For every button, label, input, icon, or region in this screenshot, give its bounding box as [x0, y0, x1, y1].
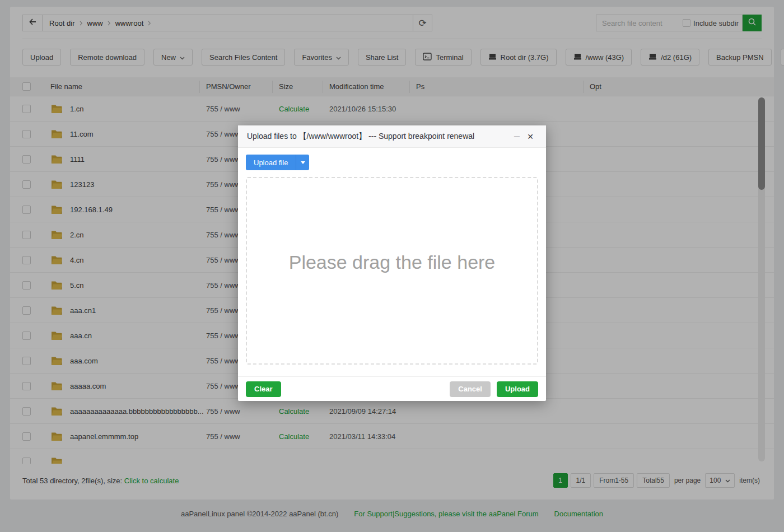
file-dropzone[interactable]: Please drag the file here [246, 177, 538, 365]
upload-file-split-button: Upload file [246, 155, 309, 170]
upload-file-caret-button[interactable] [296, 155, 309, 170]
dialog-title: Upload files to 【/www/wwwroot】 --- Suppo… [247, 132, 510, 142]
caret-down-icon [301, 161, 305, 164]
minimize-button[interactable]: ─ [510, 130, 524, 143]
dialog-body: Upload file Please drag the file here [238, 148, 546, 365]
minimize-icon: ─ [514, 132, 520, 141]
clear-button[interactable]: Clear [246, 381, 281, 397]
close-button[interactable]: ✕ [524, 130, 537, 143]
upload-dialog: Upload files to 【/www/wwwroot】 --- Suppo… [238, 125, 546, 401]
upload-submit-button[interactable]: Upload [497, 381, 538, 397]
dropzone-hint: Please drag the file here [289, 251, 496, 273]
cancel-button[interactable]: Cancel [450, 381, 491, 397]
upload-file-button[interactable]: Upload file [246, 155, 296, 170]
dialog-footer: Clear Cancel Upload [238, 376, 546, 401]
dialog-titlebar: Upload files to 【/www/wwwroot】 --- Suppo… [238, 125, 546, 148]
close-icon: ✕ [527, 132, 534, 141]
